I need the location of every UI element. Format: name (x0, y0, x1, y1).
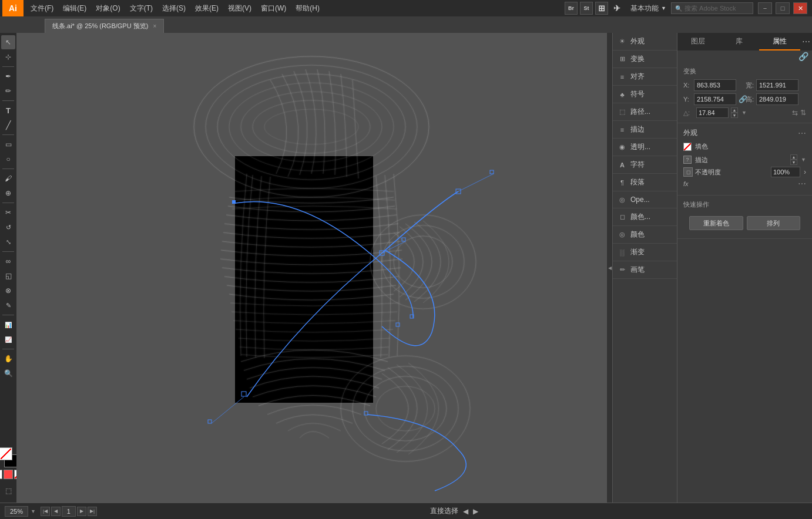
blob-brush-tool[interactable]: ⊕ (1, 186, 15, 200)
panel-character[interactable]: A 字符 (613, 156, 677, 174)
panel-appearance[interactable]: ☀ 外观 (613, 33, 677, 50)
arrange-btn[interactable]: 排列 (747, 216, 801, 230)
first-page-btn[interactable]: |◀ (41, 507, 50, 516)
menu-view[interactable]: 视图(V) (223, 0, 256, 16)
panel-paragraph[interactable]: ¶ 段落 (613, 174, 677, 191)
recolor-btn[interactable]: 重新着色 (689, 216, 743, 230)
panel-transform[interactable]: ⊞ 变换 (613, 50, 677, 68)
panel-swatches[interactable]: ◻ 颜色... (613, 208, 677, 226)
zoom-dropdown[interactable]: ▼ (31, 508, 36, 514)
panel-gradient[interactable]: ░ 渐变 (613, 244, 677, 261)
blend-tool[interactable]: ∞ (1, 254, 15, 268)
tab-library[interactable]: 库 (719, 33, 760, 50)
canvas-area[interactable] (16, 33, 606, 503)
fill-color-swatch[interactable] (683, 143, 692, 151)
zoom-tool[interactable]: 🔍 (1, 366, 15, 380)
status-arrow-left[interactable]: ◀ (463, 507, 468, 515)
menu-object[interactable]: 对象(O) (91, 0, 125, 16)
maximize-btn[interactable]: □ (776, 2, 790, 14)
opacity-label: 不透明度 (695, 168, 769, 177)
rotate-step-up[interactable]: ▲ (731, 107, 738, 113)
panel-stroke[interactable]: ≡ 描边 (613, 121, 677, 139)
scissors-tool[interactable]: ✂ (1, 205, 15, 220)
rotate-dropdown[interactable]: ▼ (741, 110, 747, 116)
paintbrush-tool[interactable]: 🖌 (1, 171, 15, 186)
panel-transparency[interactable]: ◉ 透明... (613, 139, 677, 156)
direct-select-tool[interactable]: ⊹ (1, 50, 15, 64)
menu-file[interactable]: 文件(F) (26, 0, 58, 16)
panel-collapse-handle[interactable]: ◀ (606, 33, 612, 503)
measure-tool[interactable]: ✎ (1, 298, 15, 312)
prev-page-btn[interactable]: ◀ (51, 507, 61, 516)
bridge-btn[interactable]: Br (565, 2, 578, 15)
scale-tool[interactable]: ⤡ (1, 235, 15, 249)
fx-more-btn[interactable]: ⋯ (798, 179, 806, 188)
menu-window[interactable]: 窗口(W) (256, 0, 291, 16)
panel-brush[interactable]: ✏ 画笔 (613, 261, 677, 279)
column-graph-tool[interactable]: 📈 (1, 332, 15, 346)
panel-color[interactable]: ◎ 颜色 (613, 226, 677, 244)
cloud-icon[interactable]: ✈ (610, 2, 623, 15)
rotate-step-down[interactable]: ▼ (731, 113, 738, 118)
rotate-tool[interactable]: ↺ (1, 220, 15, 234)
menu-help[interactable]: 帮助(H) (291, 0, 324, 16)
flip-h-btn[interactable]: ⇆ (792, 109, 798, 117)
appearance-more-btn[interactable]: ⋯ (798, 129, 806, 138)
tab-properties[interactable]: 属性 (759, 33, 800, 50)
menu-select[interactable]: 选择(S) (157, 0, 190, 16)
minimize-btn[interactable]: − (758, 2, 772, 14)
flip-v-btn[interactable]: ⇅ (800, 109, 806, 117)
panel-align[interactable]: ≡ 对齐 (613, 68, 677, 86)
panel-pathfinder[interactable]: ⬚ 路径... (613, 103, 677, 121)
workspace-selector[interactable]: 基本功能 ▼ (626, 0, 671, 16)
rotate-input[interactable]: 17.84 (696, 107, 729, 118)
stroke-step-up[interactable]: ▲ (790, 154, 797, 160)
link-icon[interactable]: 🔗 (798, 52, 808, 61)
transform-section: 变换 X: 863.853 宽: 1521.991 Y: 2158.754 (677, 62, 812, 123)
close-btn[interactable]: ✕ (793, 2, 807, 14)
stroke-dropdown[interactable]: ▼ (801, 157, 806, 163)
x-input[interactable]: 863.853 (694, 79, 736, 91)
layer-move-tool[interactable]: ⬚ (1, 484, 15, 498)
eyedropper-tool[interactable]: ⊗ (1, 284, 15, 298)
w-input[interactable]: 1521.991 (756, 79, 798, 91)
pencil-tool[interactable]: ✏ (1, 84, 15, 98)
gradient-tool[interactable]: ◱ (1, 269, 15, 283)
panel-opentype[interactable]: ◎ Ope... (613, 191, 677, 208)
menu-text[interactable]: 文字(T) (125, 0, 157, 16)
document-tab[interactable]: 线条.ai* @ 25% (RGB/GPU 预览) × (45, 19, 164, 33)
rect-tool[interactable]: ▭ (1, 137, 15, 151)
pen-tool[interactable]: ✒ (1, 69, 15, 83)
stroke-color-swatch[interactable]: ? (683, 156, 692, 164)
search-box[interactable]: 🔍 搜索 Adobe Stock (671, 2, 753, 14)
panel-symbols-label: 符号 (630, 89, 645, 99)
select-tool[interactable]: ↖ (1, 35, 15, 49)
stock-btn[interactable]: St (580, 2, 593, 15)
tab-layers[interactable]: 图层 (677, 33, 719, 50)
status-arrow-right[interactable]: ▶ (473, 507, 478, 515)
fill-swatch[interactable] (0, 447, 12, 460)
rotate-steppers: ▲ ▼ (731, 107, 738, 118)
tabs-more-btn[interactable]: ⋯ (800, 33, 812, 50)
next-page-btn[interactable]: ▶ (77, 507, 86, 516)
chart-tool[interactable]: 📊 (1, 318, 15, 332)
last-page-btn[interactable]: ▶| (88, 507, 97, 516)
h-input[interactable]: 2849.019 (756, 93, 798, 105)
zoom-input[interactable] (5, 506, 28, 517)
tab-close[interactable]: × (153, 23, 156, 29)
type-tool[interactable]: T (1, 103, 15, 117)
stroke-step-down[interactable]: ▼ (790, 160, 797, 165)
menu-edit[interactable]: 编辑(E) (58, 0, 91, 16)
opacity-input[interactable]: 100% (771, 167, 800, 177)
normal-mode[interactable] (0, 470, 2, 479)
line-tool[interactable]: ╱ (1, 118, 15, 132)
color-mode[interactable] (4, 470, 13, 479)
opacity-expand[interactable]: › (804, 168, 806, 176)
y-input[interactable]: 2158.754 (694, 93, 736, 105)
stroke-fill-swatch[interactable] (0, 447, 18, 467)
menu-effect[interactable]: 效果(E) (190, 0, 223, 16)
hand-tool[interactable]: ✋ (1, 352, 15, 366)
grid-icon[interactable]: ⊞ (595, 2, 608, 15)
panel-symbols[interactable]: ♣ 符号 (613, 86, 677, 103)
ellipse-tool[interactable]: ○ (1, 152, 15, 166)
